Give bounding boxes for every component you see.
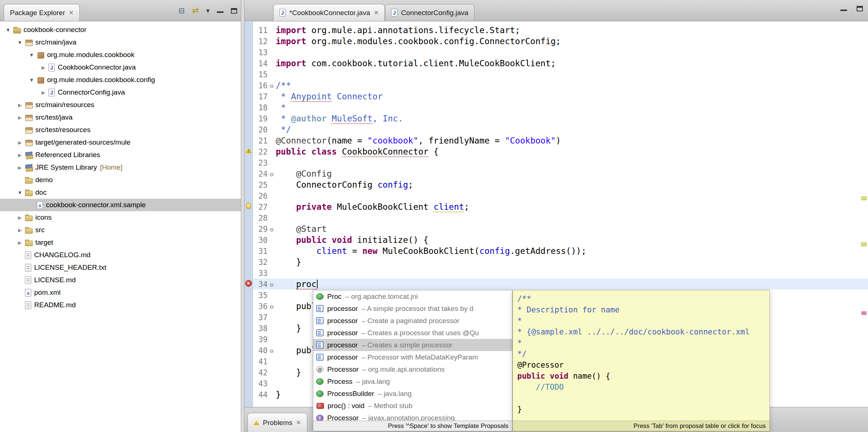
collapse-all-icon[interactable]: ⊟ xyxy=(179,4,185,17)
completion-item[interactable]: proc() : void – Method stub xyxy=(313,400,512,412)
code-line[interactable]: 24⊖ @Config xyxy=(253,168,868,179)
tab-connectorconfig-java[interactable]: J ConnectorConfig.java xyxy=(385,4,475,21)
overview-ruler[interactable] xyxy=(860,22,868,407)
completion-item[interactable]: ProcessBuilder – java.lang xyxy=(313,387,512,400)
fold-marker-icon[interactable]: ⊖ xyxy=(268,346,276,357)
close-icon[interactable]: ✕ xyxy=(374,9,379,16)
code-line[interactable]: 29⊖ @Start xyxy=(253,223,868,234)
tab-cookbookconnector-java[interactable]: J *CookbookConnector.java ✕ xyxy=(273,4,385,21)
fold-marker-icon[interactable]: ⊖ xyxy=(268,301,276,312)
tree-item[interactable]: xcookbook-connector.xml.sample xyxy=(0,199,241,211)
tree-item[interactable]: ▼doc xyxy=(0,186,241,199)
completion-list[interactable]: Proc – org.apache.tomcat.jniprocessor – … xyxy=(313,290,512,421)
code-line[interactable]: 16⊖/** xyxy=(253,80,868,91)
tree-item[interactable]: ▼org.mule.modules.cookbook xyxy=(0,49,241,61)
link-with-editor-icon[interactable]: ⇄ xyxy=(192,4,199,17)
tab-package-explorer[interactable]: Package Explorer ✕ xyxy=(4,4,80,21)
tree-item[interactable]: ▶JConnectorConfig.java xyxy=(0,86,241,99)
completion-item[interactable]: IProcessor – javax.annotation.processing xyxy=(313,412,512,421)
fold-marker-icon[interactable]: ⊖ xyxy=(268,81,276,92)
code-line[interactable]: 28 xyxy=(253,212,868,223)
maximize-icon[interactable] xyxy=(857,6,863,11)
code-line[interactable]: 14import com.cookbook.tutorial.client.Mu… xyxy=(253,58,868,69)
code-line[interactable]: 22public class CookbookConnector { xyxy=(253,146,868,157)
expand-arrow-icon[interactable]: ▶ xyxy=(15,165,24,170)
completion-item[interactable]: processor – A simple processor that take… xyxy=(313,302,512,315)
collapse-arrow-icon[interactable]: ▼ xyxy=(15,190,24,195)
expand-arrow-icon[interactable]: ▶ xyxy=(15,215,24,220)
collapse-arrow-icon[interactable]: ▼ xyxy=(27,77,36,83)
tree-item[interactable]: ▶src xyxy=(0,224,241,236)
minimize-icon[interactable] xyxy=(840,7,847,11)
tree-item[interactable]: LICENSE_HEADER.txt xyxy=(0,261,241,274)
code-line[interactable]: 26 xyxy=(253,190,868,201)
code-line[interactable]: 12import org.mule.modules.cookbook.confi… xyxy=(253,36,868,47)
tree-item[interactable]: ▶icons xyxy=(0,211,241,224)
completion-item[interactable]: processor – Processor with MetaDataKeyPa… xyxy=(313,351,512,363)
overview-task-marker[interactable] xyxy=(861,311,867,315)
close-icon[interactable]: ✕ xyxy=(296,419,301,426)
code-line[interactable]: 11import org.mule.api.annotations.lifecy… xyxy=(253,25,868,36)
code-line[interactable]: 17 * Anypoint Connector xyxy=(253,91,868,102)
tree-item[interactable]: ▶target/generated-sources/mule xyxy=(0,136,241,149)
tree-item[interactable]: ▶JRE System Library[Home] xyxy=(0,161,241,174)
bulb-marker-icon[interactable] xyxy=(246,203,251,209)
code-line[interactable]: 30 public void initialize() { xyxy=(253,234,868,245)
fold-marker-icon[interactable]: ⊖ xyxy=(268,279,276,290)
code-line[interactable]: 33 xyxy=(253,268,868,279)
expand-arrow-icon[interactable]: ▶ xyxy=(15,240,24,245)
tree-item[interactable]: ▼src/main/java xyxy=(0,36,241,49)
completion-item[interactable]: processor – Create a paginated processor xyxy=(313,315,512,327)
code-line[interactable]: 31 client = new MuleCookBookClient(confi… xyxy=(253,245,868,256)
code-line[interactable]: 23 xyxy=(253,157,868,168)
tree-item[interactable]: demo xyxy=(0,174,241,186)
tree-item[interactable]: ▶src/test/java xyxy=(0,111,241,124)
code-line[interactable]: 15 xyxy=(253,69,868,80)
expand-arrow-icon[interactable]: ▶ xyxy=(39,90,48,95)
fold-marker-icon[interactable]: ⊖ xyxy=(268,169,276,180)
overview-warning-marker[interactable] xyxy=(861,196,867,200)
expand-arrow-icon[interactable]: ▶ xyxy=(39,65,48,70)
expand-arrow-icon[interactable]: ▶ xyxy=(15,227,24,233)
tree-item[interactable]: LICENSE.md xyxy=(0,274,241,286)
completion-item[interactable]: @Processor – org.mule.api.annotations xyxy=(313,363,512,375)
tree-item[interactable]: ▼org.mule.modules.cookbook.config xyxy=(0,74,241,86)
code-line[interactable]: 34⊖ proc xyxy=(253,279,868,290)
code-line[interactable]: 19 * @author MuleSoft, Inc. xyxy=(253,113,868,124)
code-line[interactable]: 21@Connector(name = "cookbook", friendly… xyxy=(253,135,868,146)
collapse-arrow-icon[interactable]: ▼ xyxy=(27,52,36,58)
tree-item[interactable]: ▶Referenced Libraries xyxy=(0,149,241,161)
code-line[interactable]: 18 * xyxy=(253,102,868,113)
expand-arrow-icon[interactable]: ▶ xyxy=(15,102,24,108)
code-line[interactable]: 32 } xyxy=(253,256,868,268)
tree-item[interactable]: ▼cookbook-connector xyxy=(0,24,241,36)
expand-arrow-icon[interactable]: ▶ xyxy=(15,140,24,145)
expand-arrow-icon[interactable]: ▶ xyxy=(15,152,24,158)
completion-item[interactable]: processor – Creates a simple processor xyxy=(313,339,512,351)
collapse-arrow-icon[interactable]: ▼ xyxy=(15,40,24,45)
code-line[interactable]: 25 ConnectorConfig config; xyxy=(253,179,868,190)
completion-item[interactable]: Process – java.lang xyxy=(313,375,512,387)
code-line[interactable]: 20 */ xyxy=(253,124,868,135)
tree-item[interactable]: src/test/resources xyxy=(0,124,241,136)
code-line[interactable]: 13 xyxy=(253,47,868,58)
error-marker-icon[interactable]: ✕ xyxy=(245,280,252,287)
fold-marker-icon[interactable]: ⊖ xyxy=(268,224,276,235)
completion-item[interactable]: Proc – org.apache.tomcat.jni xyxy=(313,290,512,302)
tree-item[interactable]: ▶target xyxy=(0,236,241,249)
tree-item[interactable]: ▶JCookbookConnector.java xyxy=(0,61,241,74)
annotation-ruler[interactable]: !✕ xyxy=(244,22,253,407)
completion-item[interactable]: processor – Creates a processor that use… xyxy=(313,327,512,339)
code-line[interactable]: 27 private MuleCookBookClient client; xyxy=(253,201,868,212)
close-icon[interactable]: ✕ xyxy=(69,9,74,16)
view-menu-icon[interactable]: ▾ xyxy=(206,4,210,17)
expand-arrow-icon[interactable]: ▶ xyxy=(15,115,24,120)
tree-item[interactable]: ▶src/main/resources xyxy=(0,99,241,111)
warning-marker-icon[interactable]: ! xyxy=(246,148,252,153)
overview-warning-marker[interactable] xyxy=(861,242,867,246)
tab-problems[interactable]: Problems ✕ xyxy=(247,413,307,432)
maximize-icon[interactable] xyxy=(231,8,237,14)
tree-item[interactable]: xpom.xml xyxy=(0,286,241,299)
tree-item[interactable]: README.md xyxy=(0,299,241,311)
tree-item[interactable]: CHANGELOG.md xyxy=(0,249,241,261)
